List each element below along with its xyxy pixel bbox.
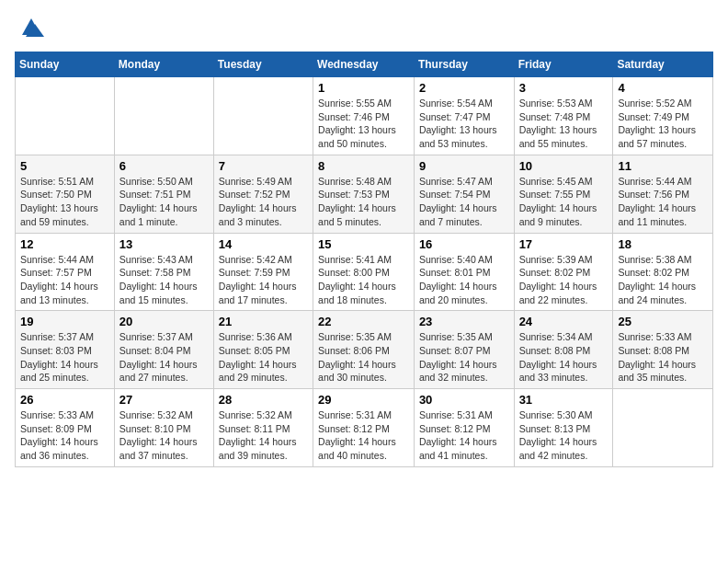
day-info: Sunrise: 5:41 AM Sunset: 8:00 PM Dayligh… bbox=[318, 253, 409, 307]
calendar-cell: 22Sunrise: 5:35 AM Sunset: 8:06 PM Dayli… bbox=[313, 311, 415, 389]
day-info: Sunrise: 5:55 AM Sunset: 7:46 PM Dayligh… bbox=[318, 97, 409, 151]
day-info: Sunrise: 5:35 AM Sunset: 8:06 PM Dayligh… bbox=[318, 330, 409, 385]
day-info: Sunrise: 5:51 AM Sunset: 7:50 PM Dayligh… bbox=[20, 175, 109, 229]
day-number: 11 bbox=[618, 159, 708, 173]
calendar-cell: 9Sunrise: 5:47 AM Sunset: 7:54 PM Daylig… bbox=[414, 155, 514, 233]
day-number: 17 bbox=[519, 237, 609, 251]
day-info: Sunrise: 5:48 AM Sunset: 7:53 PM Dayligh… bbox=[318, 175, 409, 229]
day-number: 23 bbox=[419, 315, 509, 328]
weekday-header-thursday: Thursday bbox=[414, 52, 514, 77]
calendar-cell: 20Sunrise: 5:37 AM Sunset: 8:04 PM Dayli… bbox=[114, 311, 213, 389]
day-info: Sunrise: 5:50 AM Sunset: 7:51 PM Dayligh… bbox=[119, 175, 209, 229]
day-number: 3 bbox=[519, 81, 609, 95]
day-number: 12 bbox=[20, 237, 109, 251]
page-header bbox=[15, 15, 713, 40]
calendar-cell bbox=[213, 77, 313, 155]
day-info: Sunrise: 5:32 AM Sunset: 8:10 PM Dayligh… bbox=[119, 408, 209, 463]
day-info: Sunrise: 5:30 AM Sunset: 8:13 PM Dayligh… bbox=[519, 408, 609, 463]
weekday-header-friday: Friday bbox=[514, 52, 613, 77]
calendar-cell: 1Sunrise: 5:55 AM Sunset: 7:46 PM Daylig… bbox=[313, 77, 415, 155]
day-info: Sunrise: 5:37 AM Sunset: 8:03 PM Dayligh… bbox=[20, 330, 109, 385]
day-number: 5 bbox=[20, 159, 109, 173]
day-number: 15 bbox=[318, 237, 409, 251]
day-number: 19 bbox=[20, 315, 109, 328]
day-info: Sunrise: 5:52 AM Sunset: 7:49 PM Dayligh… bbox=[618, 97, 708, 151]
calendar-cell: 15Sunrise: 5:41 AM Sunset: 8:00 PM Dayli… bbox=[313, 233, 415, 311]
day-number: 13 bbox=[119, 237, 209, 251]
calendar-cell: 26Sunrise: 5:33 AM Sunset: 8:09 PM Dayli… bbox=[16, 389, 115, 467]
calendar-cell: 7Sunrise: 5:49 AM Sunset: 7:52 PM Daylig… bbox=[213, 155, 313, 233]
day-info: Sunrise: 5:37 AM Sunset: 8:04 PM Dayligh… bbox=[119, 330, 209, 385]
calendar-cell: 17Sunrise: 5:39 AM Sunset: 8:02 PM Dayli… bbox=[514, 233, 613, 311]
calendar-cell: 27Sunrise: 5:32 AM Sunset: 8:10 PM Dayli… bbox=[114, 389, 213, 467]
calendar-cell: 10Sunrise: 5:45 AM Sunset: 7:55 PM Dayli… bbox=[514, 155, 613, 233]
day-number: 9 bbox=[419, 159, 509, 173]
calendar-cell: 14Sunrise: 5:42 AM Sunset: 7:59 PM Dayli… bbox=[213, 233, 313, 311]
calendar-table: SundayMondayTuesdayWednesdayThursdayFrid… bbox=[15, 52, 713, 467]
day-info: Sunrise: 5:54 AM Sunset: 7:47 PM Dayligh… bbox=[419, 97, 509, 151]
day-number: 30 bbox=[419, 393, 509, 407]
calendar-cell: 4Sunrise: 5:52 AM Sunset: 7:49 PM Daylig… bbox=[613, 77, 713, 155]
day-info: Sunrise: 5:47 AM Sunset: 7:54 PM Dayligh… bbox=[419, 175, 509, 229]
week-row-5: 26Sunrise: 5:33 AM Sunset: 8:09 PM Dayli… bbox=[16, 389, 713, 467]
logo bbox=[15, 15, 44, 40]
day-info: Sunrise: 5:45 AM Sunset: 7:55 PM Dayligh… bbox=[519, 175, 609, 229]
day-info: Sunrise: 5:53 AM Sunset: 7:48 PM Dayligh… bbox=[519, 97, 609, 151]
calendar-cell: 29Sunrise: 5:31 AM Sunset: 8:12 PM Dayli… bbox=[313, 389, 415, 467]
day-number: 21 bbox=[219, 315, 308, 328]
calendar-cell: 2Sunrise: 5:54 AM Sunset: 7:47 PM Daylig… bbox=[414, 77, 514, 155]
day-number: 6 bbox=[119, 159, 209, 173]
day-info: Sunrise: 5:38 AM Sunset: 8:02 PM Dayligh… bbox=[618, 253, 708, 307]
week-row-2: 5Sunrise: 5:51 AM Sunset: 7:50 PM Daylig… bbox=[16, 155, 713, 233]
day-number: 1 bbox=[318, 81, 409, 95]
calendar-cell: 13Sunrise: 5:43 AM Sunset: 7:58 PM Dayli… bbox=[114, 233, 213, 311]
calendar-cell: 21Sunrise: 5:36 AM Sunset: 8:05 PM Dayli… bbox=[213, 311, 313, 389]
day-info: Sunrise: 5:49 AM Sunset: 7:52 PM Dayligh… bbox=[219, 175, 308, 229]
calendar-cell: 31Sunrise: 5:30 AM Sunset: 8:13 PM Dayli… bbox=[514, 389, 613, 467]
calendar-cell: 5Sunrise: 5:51 AM Sunset: 7:50 PM Daylig… bbox=[16, 155, 115, 233]
calendar-cell bbox=[613, 389, 713, 467]
logo-icon bbox=[18, 15, 44, 40]
day-number: 18 bbox=[618, 237, 708, 251]
day-info: Sunrise: 5:35 AM Sunset: 8:07 PM Dayligh… bbox=[419, 330, 509, 385]
day-info: Sunrise: 5:31 AM Sunset: 8:12 PM Dayligh… bbox=[318, 408, 409, 463]
day-number: 31 bbox=[519, 393, 609, 407]
weekday-header-wednesday: Wednesday bbox=[313, 52, 415, 77]
day-info: Sunrise: 5:32 AM Sunset: 8:11 PM Dayligh… bbox=[219, 408, 308, 463]
day-info: Sunrise: 5:39 AM Sunset: 8:02 PM Dayligh… bbox=[519, 253, 609, 307]
day-info: Sunrise: 5:33 AM Sunset: 8:08 PM Dayligh… bbox=[618, 330, 708, 385]
day-number: 2 bbox=[419, 81, 509, 95]
weekday-header-sunday: Sunday bbox=[16, 52, 115, 77]
day-number: 4 bbox=[618, 81, 708, 95]
day-info: Sunrise: 5:44 AM Sunset: 7:57 PM Dayligh… bbox=[20, 253, 109, 307]
weekday-header-tuesday: Tuesday bbox=[213, 52, 313, 77]
day-number: 26 bbox=[20, 393, 109, 407]
calendar-cell: 19Sunrise: 5:37 AM Sunset: 8:03 PM Dayli… bbox=[16, 311, 115, 389]
calendar-cell: 3Sunrise: 5:53 AM Sunset: 7:48 PM Daylig… bbox=[514, 77, 613, 155]
day-number: 24 bbox=[519, 315, 609, 328]
day-number: 29 bbox=[318, 393, 409, 407]
weekday-header-row: SundayMondayTuesdayWednesdayThursdayFrid… bbox=[16, 52, 713, 77]
day-number: 7 bbox=[219, 159, 308, 173]
calendar-cell bbox=[16, 77, 115, 155]
weekday-header-saturday: Saturday bbox=[613, 52, 713, 77]
calendar-cell: 25Sunrise: 5:33 AM Sunset: 8:08 PM Dayli… bbox=[613, 311, 713, 389]
calendar-cell: 23Sunrise: 5:35 AM Sunset: 8:07 PM Dayli… bbox=[414, 311, 514, 389]
calendar-cell: 11Sunrise: 5:44 AM Sunset: 7:56 PM Dayli… bbox=[613, 155, 713, 233]
day-number: 28 bbox=[219, 393, 308, 407]
day-info: Sunrise: 5:42 AM Sunset: 7:59 PM Dayligh… bbox=[219, 253, 308, 307]
day-number: 22 bbox=[318, 315, 409, 328]
calendar-cell: 6Sunrise: 5:50 AM Sunset: 7:51 PM Daylig… bbox=[114, 155, 213, 233]
day-info: Sunrise: 5:31 AM Sunset: 8:12 PM Dayligh… bbox=[419, 408, 509, 463]
calendar-body: 1Sunrise: 5:55 AM Sunset: 7:46 PM Daylig… bbox=[16, 77, 713, 467]
day-number: 25 bbox=[618, 315, 708, 328]
calendar-header: SundayMondayTuesdayWednesdayThursdayFrid… bbox=[16, 52, 713, 77]
week-row-4: 19Sunrise: 5:37 AM Sunset: 8:03 PM Dayli… bbox=[16, 311, 713, 389]
day-number: 14 bbox=[219, 237, 308, 251]
day-info: Sunrise: 5:43 AM Sunset: 7:58 PM Dayligh… bbox=[119, 253, 209, 307]
day-number: 8 bbox=[318, 159, 409, 173]
calendar-cell: 18Sunrise: 5:38 AM Sunset: 8:02 PM Dayli… bbox=[613, 233, 713, 311]
day-info: Sunrise: 5:34 AM Sunset: 8:08 PM Dayligh… bbox=[519, 330, 609, 385]
day-number: 20 bbox=[119, 315, 209, 328]
day-info: Sunrise: 5:44 AM Sunset: 7:56 PM Dayligh… bbox=[618, 175, 708, 229]
